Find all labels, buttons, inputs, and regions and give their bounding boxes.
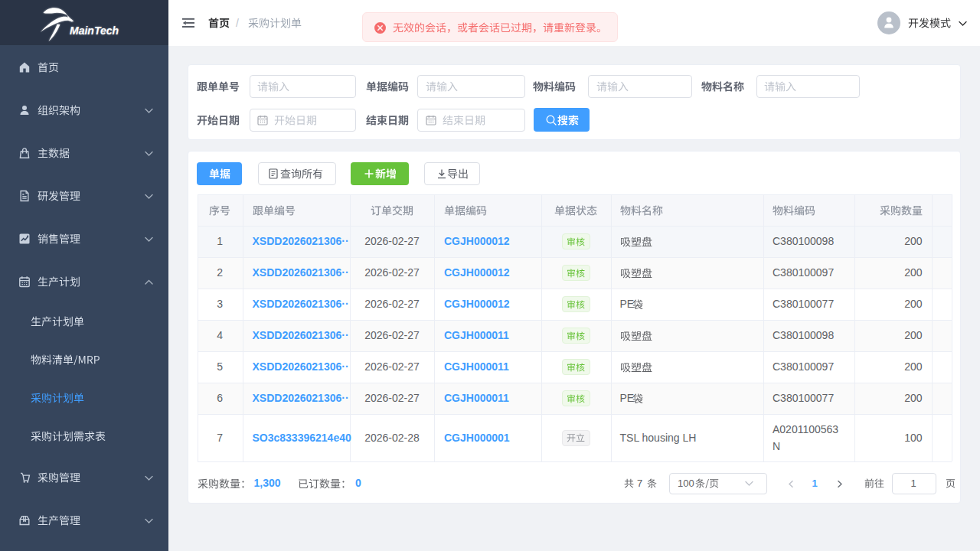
svg-text:MainTech: MainTech (70, 24, 119, 37)
